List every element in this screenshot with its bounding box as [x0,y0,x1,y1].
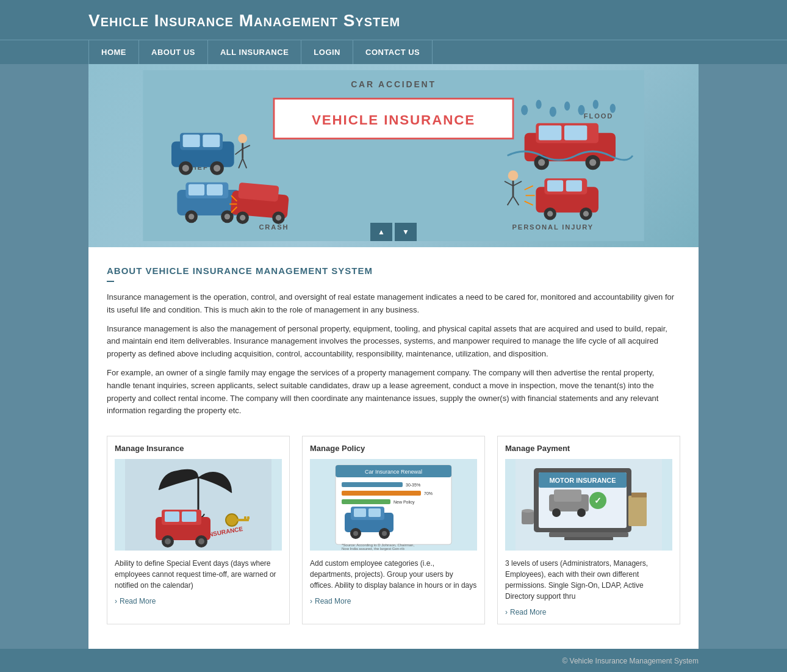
card-3-read-more-label[interactable]: Read More [510,608,546,616]
svg-rect-12 [183,134,200,147]
svg-point-30 [538,159,545,166]
svg-point-113 [552,508,561,517]
footer-text: © Vehicle Insurance Management System [562,657,699,665]
card-3-title: Manage Payment [505,444,672,453]
card-1-image: INSURANCE [115,459,282,551]
nav-all-insurance[interactable]: ALL INSURANCE [208,40,301,64]
svg-point-24 [578,105,584,115]
svg-text:MOTOR INSURANCE: MOTOR INSURANCE [549,477,616,484]
hero-nav-up[interactable]: ▲ [370,223,392,241]
card-1-read-more[interactable]: › Read More [115,597,282,605]
svg-rect-82 [237,519,249,521]
svg-point-9 [182,165,189,172]
about-para-2: Insurance management is also the managem… [107,323,680,361]
svg-point-21 [536,100,541,109]
card-1-title: Manage Insurance [115,444,282,453]
svg-rect-33 [539,126,561,140]
cards-section: Manage Insurance [107,436,680,624]
svg-rect-83 [244,516,246,519]
card-3-read-more[interactable]: › Read More [505,608,672,616]
svg-rect-112 [554,490,581,502]
navbar: HOME ABOUT US ALL INSURANCE LOGIN CONTAC… [0,40,787,64]
svg-rect-13 [203,134,220,147]
card-3-desc: 3 levels of users (Administrators, Manag… [505,558,672,602]
svg-rect-119 [628,496,647,526]
svg-point-41 [225,214,230,219]
card-2-chevron: › [310,597,312,605]
card-manage-payment: Manage Payment MOTOR INSURANCE [497,436,680,624]
hero-svg: CAR ACCIDENT VEHICLE INSURANCE THEFT FLO… [95,70,692,241]
svg-point-62 [508,170,519,181]
card-manage-insurance: Manage Insurance [107,436,290,624]
svg-text:Car Insurance Renewal: Car Insurance Renewal [365,469,422,475]
svg-rect-92 [342,491,421,496]
about-para-1: Insurance management is the operation, c… [107,291,680,317]
svg-point-114 [577,508,586,517]
svg-text:VEHICLE INSURANCE: VEHICLE INSURANCE [312,112,475,128]
svg-rect-61 [566,180,582,192]
nav-login[interactable]: LOGIN [301,40,353,64]
nav-home[interactable]: HOME [88,40,139,64]
main-content: ABOUT VEHICLE INSURANCE MANAGEMENT SYSTE… [88,247,699,649]
about-section: ABOUT VEHICLE INSURANCE MANAGEMENT SYSTE… [107,266,680,417]
card-1-chevron: › [115,597,117,605]
svg-point-23 [564,101,570,110]
svg-rect-60 [547,180,563,192]
svg-text:New Policy: New Policy [394,500,415,505]
svg-rect-80 [182,511,196,522]
svg-point-39 [189,214,194,219]
svg-point-47 [240,215,245,220]
title-underline [107,281,114,282]
svg-rect-103 [368,508,381,517]
svg-text:FLOOD: FLOOD [584,112,613,120]
svg-rect-121 [522,511,534,524]
svg-text:CRASH: CRASH [259,223,289,231]
card-1-read-more-label[interactable]: Read More [120,597,156,605]
card-3-image: MOTOR INSURANCE ✓ [505,459,672,551]
svg-point-14 [238,134,247,143]
svg-point-49 [276,215,281,220]
card-2-title: Manage Policy [310,444,477,453]
footer: © Vehicle Insurance Management System [0,649,787,672]
hero-nav-down[interactable]: ▼ [395,223,417,241]
card-2-image: Car Insurance Renewal 30-35% 70% New Pol… [310,459,477,551]
about-para-3: For example, an owner of a single family… [107,367,680,417]
svg-rect-34 [564,126,587,140]
svg-point-20 [521,105,528,115]
svg-point-22 [550,107,556,117]
card-1-desc: Ability to define Special Event days (da… [115,558,282,591]
svg-rect-117 [549,532,628,537]
card-2-read-more[interactable]: › Read More [310,597,477,605]
hero-illustration: CAR ACCIDENT VEHICLE INSURANCE THEFT FLO… [95,70,692,241]
hero-content: CAR ACCIDENT VEHICLE INSURANCE THEFT FLO… [88,64,699,247]
svg-point-122 [522,509,534,513]
svg-point-25 [593,100,598,109]
svg-rect-43 [207,184,223,196]
header: Vehicle Insurance Management System [0,0,787,40]
svg-rect-120 [631,493,647,497]
svg-point-76 [165,538,171,544]
card-2-desc: Add custom employee categories (i.e., de… [310,558,477,591]
svg-text:70%: 70% [424,491,433,496]
svg-rect-94 [342,499,390,504]
svg-point-101 [382,531,387,536]
svg-rect-42 [189,184,204,196]
svg-rect-102 [354,508,366,517]
svg-text:PERSONAL INJURY: PERSONAL INJURY [512,223,594,231]
hero-nav-buttons: ▲ ▼ [370,223,417,241]
about-title: ABOUT VEHICLE INSURANCE MANAGEMENT SYSTE… [107,266,680,276]
svg-point-78 [198,538,204,544]
nav-about[interactable]: ABOUT US [139,40,208,64]
svg-point-81 [226,514,238,526]
svg-rect-90 [342,482,403,487]
svg-point-99 [353,531,358,536]
site-title: Vehicle Insurance Management System [88,11,400,30]
svg-point-57 [547,211,553,217]
svg-point-26 [610,104,616,113]
svg-rect-84 [247,516,250,519]
card-2-read-more-label[interactable]: Read More [315,597,351,605]
svg-rect-79 [165,511,179,522]
svg-text:30-35%: 30-35% [406,483,420,487]
nav-contact[interactable]: CONTACT US [353,40,433,64]
card-manage-policy: Manage Policy Car Insurance Renewal 30-3… [302,436,485,624]
